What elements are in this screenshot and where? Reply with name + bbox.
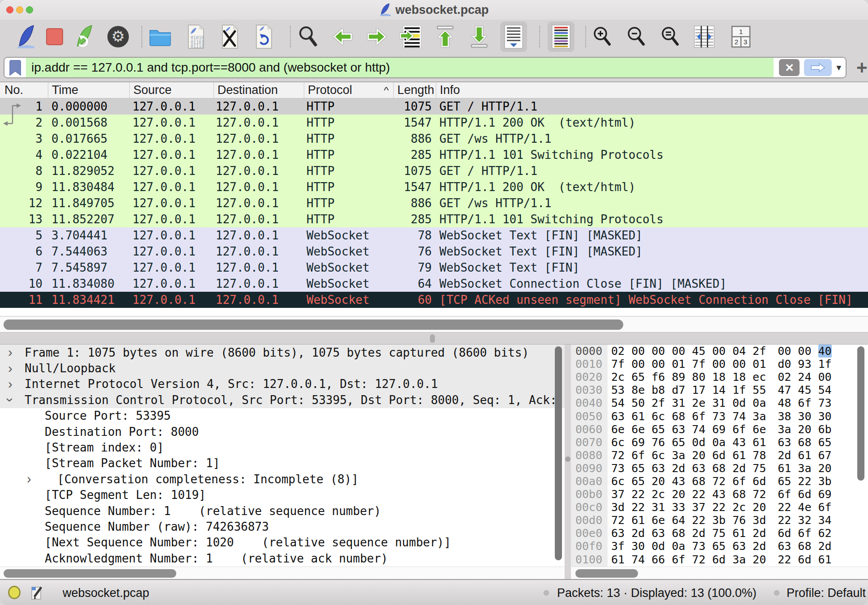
hex-row[interactable]: 00202c 65 f6 89 80 18 18 ec02 24 00 — [571, 371, 868, 383]
packet-row[interactable]: 811.829052127.0.0.1127.0.0.1HTTP1075GET … — [0, 163, 868, 179]
close-file-button[interactable] — [220, 24, 240, 49]
hex-row[interactable]: 00a06c 65 20 43 68 72 6f 6d65 22 3b — [571, 475, 868, 488]
packet-row[interactable]: 77.545897127.0.0.1127.0.0.1WebSocket79We… — [0, 260, 868, 276]
packet-cell-time: 7.545897 — [48, 260, 130, 276]
packet-cell-no: 5 — [0, 227, 48, 243]
detail-line[interactable]: Sequence Number (raw): 742636873 — [0, 519, 565, 534]
packet-row[interactable]: 1011.834080127.0.0.1127.0.0.1WebSocket64… — [0, 276, 868, 292]
packet-row[interactable]: 1111.834421127.0.0.1127.0.0.1WebSocket60… — [0, 292, 868, 308]
hex-row[interactable]: 004054 50 2f 31 2e 31 0d 0a48 6f 73 — [571, 396, 868, 409]
hex-row[interactable]: 003053 8e b8 d7 17 14 1f 5547 45 54 — [571, 383, 868, 396]
filter-dropdown-caret[interactable]: ▾ — [836, 62, 841, 73]
detail-line[interactable]: [Next Sequence Number: 1020 (relative se… — [0, 535, 565, 550]
column-header-info[interactable]: Info — [436, 82, 868, 98]
filter-bookmark-button[interactable] — [4, 58, 26, 77]
capture-options-button[interactable]: ⚙ — [107, 26, 129, 47]
filter-clear-button[interactable]: ✕ — [779, 59, 800, 76]
detail-line[interactable]: ›Internet Protocol Version 4, Src: 127.0… — [0, 376, 565, 392]
detail-line[interactable]: ›[Conversation completeness: Incomplete … — [0, 471, 565, 487]
packet-row[interactable]: 53.704441127.0.0.1127.0.0.1WebSocket78We… — [0, 227, 868, 243]
hex-row[interactable]: 000002 00 00 00 45 00 04 2f00 00 40 — [571, 345, 868, 358]
restart-capture-button[interactable] — [74, 24, 94, 50]
filter-apply-button[interactable] — [804, 59, 832, 76]
packet-row[interactable]: 1211.849705127.0.0.1127.0.0.1HTTP886GET … — [0, 195, 868, 211]
expand-chevron-icon[interactable]: › — [8, 378, 13, 391]
hex-row[interactable]: 00f03f 30 0d 0a 73 65 63 2d63 68 2d — [571, 540, 868, 553]
zoom-in-button[interactable] — [592, 26, 612, 48]
detail-line[interactable]: ›Null/Loopback — [0, 360, 565, 376]
first-packet-button[interactable] — [437, 26, 455, 48]
layout-button[interactable]: 1 2 3 — [731, 26, 751, 48]
packet-row[interactable]: 1311.852207127.0.0.1127.0.0.1HTTP285HTTP… — [0, 211, 868, 227]
save-file-button[interactable]: 01010 01101 01110 — [186, 24, 206, 49]
detail-line[interactable]: ›Transmission Control Protocol, Src Port… — [0, 392, 565, 408]
previous-packet-button[interactable] — [332, 28, 353, 46]
status-profile[interactable]: Profile: Default — [787, 586, 866, 600]
detail-line[interactable]: Sequence Number: 1 (relative sequence nu… — [0, 503, 565, 519]
detail-hscrollbar-thumb[interactable] — [4, 569, 176, 578]
detail-line[interactable]: Source Port: 53395 — [0, 408, 565, 424]
find-packet-button[interactable] — [298, 25, 318, 48]
bytes-hscrollbar-thumb[interactable] — [575, 569, 638, 578]
hex-row[interactable]: 00d072 61 6e 64 22 3b 76 3d22 32 34 — [571, 514, 868, 527]
last-packet-button[interactable] — [471, 26, 489, 48]
start-capture-button[interactable] — [16, 24, 36, 50]
detail-line[interactable]: [Stream Packet Number: 1] — [0, 456, 565, 471]
detail-line[interactable]: [TCP Segment Len: 1019] — [0, 487, 565, 503]
display-filter-input[interactable]: ip.addr == 127.0.0.1 and tcp.port==8000 … — [26, 58, 774, 77]
colorize-packets-button[interactable] — [548, 21, 574, 52]
expand-chevron-icon[interactable]: › — [27, 473, 31, 486]
column-header-time[interactable]: Time — [48, 82, 130, 98]
pane-splitter-vertical[interactable] — [565, 345, 571, 579]
packet-row[interactable]: 20.001568127.0.0.1127.0.0.1HTTP1547HTTP/… — [0, 115, 868, 131]
bytes-vscrollbar-thumb[interactable] — [857, 346, 864, 481]
resize-columns-button[interactable] — [694, 25, 715, 48]
hex-bytes-right: 6d 6f 62 — [778, 527, 831, 540]
go-to-packet-button[interactable] — [400, 25, 422, 49]
detail-line[interactable]: ›Frame 1: 1075 bytes on wire (8600 bits)… — [0, 345, 565, 360]
collapse-chevron-icon[interactable]: › — [4, 398, 17, 402]
detail-line[interactable]: [Stream index: 0] — [0, 439, 565, 455]
detail-vscrollbar-thumb[interactable] — [555, 346, 562, 560]
packet-row[interactable]: 67.544063127.0.0.1127.0.0.1WebSocket76We… — [0, 243, 868, 260]
expand-chevron-icon[interactable]: › — [8, 346, 13, 359]
packet-row[interactable]: 40.022104127.0.0.1127.0.0.1HTTP285HTTP/1… — [0, 147, 868, 163]
packet-row[interactable]: 30.017665127.0.0.1127.0.0.1HTTP886GET /w… — [0, 131, 868, 147]
column-header-destination[interactable]: Destination — [214, 82, 304, 98]
hex-row[interactable]: 005063 61 6c 68 6f 73 74 3a38 30 30 — [571, 409, 868, 422]
filter-add-button[interactable]: + — [856, 61, 868, 74]
hex-row[interactable]: 010061 74 66 6f 72 6d 3a 2022 6d 61 — [571, 553, 868, 566]
expert-info-icon[interactable] — [8, 586, 21, 599]
zoom-reset-button[interactable] — [660, 26, 680, 48]
stop-capture-button[interactable] — [45, 27, 64, 46]
splitter-handle[interactable] — [430, 334, 435, 343]
column-header-length[interactable]: Length — [394, 82, 436, 98]
packet-row[interactable]: 911.830484127.0.0.1127.0.0.1HTTP1547HTTP… — [0, 179, 868, 195]
edit-capture-comment-icon[interactable] — [30, 585, 44, 601]
zoom-out-button[interactable] — [626, 26, 646, 48]
hex-row[interactable]: 00b037 22 2c 20 22 43 68 726f 6d 69 — [571, 488, 868, 501]
hex-row[interactable]: 00706c 69 76 65 0d 0a 43 6163 68 65 — [571, 436, 868, 449]
expand-chevron-icon[interactable]: › — [8, 362, 13, 375]
column-header-protocol[interactable]: Protocol ^ — [304, 82, 394, 98]
hex-row[interactable]: 00606e 6e 65 63 74 69 6f 6e3a 20 6b — [571, 423, 868, 436]
packet-cell-source: 127.0.0.1 — [130, 179, 214, 195]
hex-row[interactable]: 00e063 2d 63 68 2d 75 61 2d6d 6f 62 — [571, 527, 868, 540]
column-header-no[interactable]: No. — [0, 82, 48, 98]
auto-scroll-button[interactable] — [500, 21, 527, 52]
packet-list-hscrollbar-thumb[interactable] — [4, 320, 623, 330]
detail-line[interactable]: Acknowledgment Number: 1 (relative ack n… — [0, 550, 565, 566]
open-file-button[interactable] — [149, 27, 172, 47]
hex-row[interactable]: 00107f 00 00 01 7f 00 00 01d0 93 1f — [571, 358, 868, 371]
splitter-handle-dot[interactable] — [565, 456, 570, 462]
hex-row[interactable]: 008072 6f 6c 3a 20 6d 61 782d 61 67 — [571, 449, 868, 462]
hex-row[interactable]: 00c03d 22 31 33 37 22 2c 2022 4e 6f — [571, 501, 868, 514]
pane-splitter-horizontal[interactable] — [0, 332, 868, 345]
hex-row[interactable]: 009073 65 63 2d 63 68 2d 7561 3a 20 — [571, 462, 868, 475]
detail-line[interactable]: Destination Port: 8000 — [0, 424, 565, 439]
next-packet-button[interactable] — [366, 28, 387, 46]
column-header-source[interactable]: Source — [130, 82, 214, 98]
hex-selected-byte[interactable]: 40 — [818, 345, 832, 358]
reload-file-button[interactable] — [254, 24, 274, 49]
packet-row[interactable]: 10.000000127.0.0.1127.0.0.1HTTP1075GET /… — [0, 98, 868, 115]
